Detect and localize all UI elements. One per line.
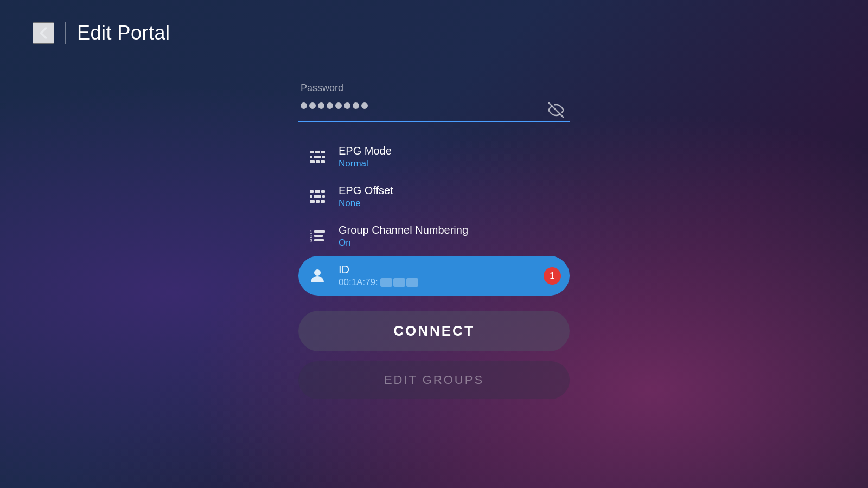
eye-off-icon [548, 102, 564, 118]
epg-offset-icon [307, 187, 328, 207]
svg-rect-22 [314, 235, 323, 237]
setting-id-name: ID [339, 264, 533, 276]
password-wrapper [298, 98, 570, 122]
password-dot [344, 102, 350, 109]
setting-epg-mode-text: EPG Mode Normal [339, 145, 561, 169]
settings-list: EPG Mode Normal [298, 137, 570, 296]
setting-epg-offset-value: None [339, 198, 561, 209]
svg-rect-15 [322, 195, 325, 198]
svg-rect-17 [316, 200, 320, 203]
id-blocks [380, 278, 418, 287]
setting-epg-offset-name: EPG Offset [339, 184, 561, 197]
svg-rect-5 [314, 156, 321, 158]
svg-rect-13 [310, 195, 312, 198]
page-title: Edit Portal [77, 22, 170, 44]
svg-rect-4 [310, 156, 312, 158]
setting-group-channel-name: Group Channel Numbering [339, 224, 561, 236]
epg-grid-icon [309, 149, 326, 166]
svg-rect-12 [321, 190, 325, 193]
group-channel-icon: 1 2 3 [307, 226, 328, 247]
svg-rect-24 [314, 239, 324, 241]
setting-epg-mode-name: EPG Mode [339, 145, 561, 157]
id-person-icon [307, 266, 328, 286]
numbered-list-icon: 1 2 3 [309, 228, 326, 245]
epg-offset-grid-icon [309, 188, 326, 206]
person-icon [309, 267, 326, 285]
setting-epg-mode-value: Normal [339, 158, 561, 169]
main-content: Password [0, 66, 868, 415]
svg-point-25 [314, 269, 321, 276]
setting-item-epg-offset[interactable]: EPG Offset None [298, 177, 570, 216]
svg-rect-10 [310, 190, 314, 193]
id-segment-2 [393, 278, 405, 287]
password-dot [353, 102, 359, 109]
svg-rect-1 [310, 151, 314, 153]
header-divider [65, 22, 66, 44]
svg-rect-16 [310, 200, 315, 203]
setting-item-id[interactable]: ID 00:1A:79: 1 [298, 256, 570, 296]
password-dot [301, 102, 307, 109]
svg-rect-8 [316, 160, 320, 163]
epg-mode-icon [307, 147, 328, 168]
id-prefix: 00:1A:79: [339, 277, 378, 288]
id-segment-1 [380, 278, 392, 287]
svg-rect-14 [314, 195, 321, 198]
connect-button[interactable]: CONNECT [298, 311, 570, 351]
id-segment-3 [406, 278, 418, 287]
svg-rect-11 [315, 190, 320, 193]
svg-rect-20 [314, 230, 325, 233]
password-label: Password [298, 82, 570, 94]
edit-groups-button[interactable]: EDIT GROUPS [298, 361, 570, 399]
id-value-display: 00:1A:79: [339, 277, 533, 288]
id-badge: 1 [544, 267, 561, 285]
svg-rect-2 [315, 151, 320, 153]
password-dot [335, 102, 342, 109]
setting-id-text: ID 00:1A:79: [339, 264, 533, 288]
toggle-password-visibility-button[interactable] [548, 102, 564, 118]
setting-item-epg-mode[interactable]: EPG Mode Normal [298, 137, 570, 177]
password-dot [309, 102, 316, 109]
form-container: Password [298, 82, 570, 399]
setting-epg-offset-text: EPG Offset None [339, 184, 561, 209]
password-dots-display[interactable] [298, 98, 570, 122]
svg-rect-3 [321, 151, 325, 153]
back-button[interactable] [33, 22, 54, 44]
password-dot [361, 102, 368, 109]
password-dot [327, 102, 333, 109]
svg-rect-9 [321, 160, 325, 163]
svg-rect-18 [321, 200, 325, 203]
setting-group-channel-value: On [339, 237, 561, 248]
setting-item-group-channel[interactable]: 1 2 3 Group Channel Numbering On [298, 216, 570, 256]
back-icon [34, 23, 53, 43]
svg-rect-6 [322, 156, 325, 158]
svg-rect-7 [310, 160, 315, 163]
header: Edit Portal [0, 0, 868, 66]
svg-text:3: 3 [310, 238, 312, 243]
password-dot [318, 102, 324, 109]
setting-group-channel-text: Group Channel Numbering On [339, 224, 561, 248]
